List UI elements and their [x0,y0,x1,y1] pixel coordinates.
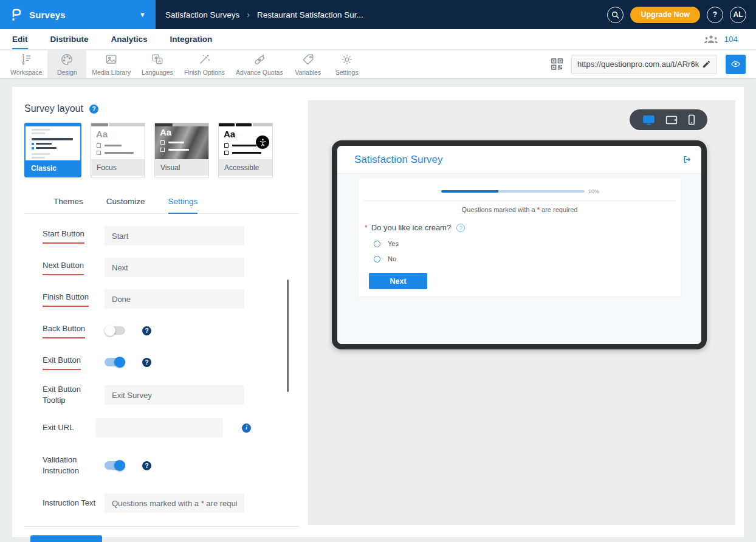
accessible-thumbnail: Aa [219,123,272,160]
field-label: Back Button [43,323,85,338]
question-mark-icon: ? [713,10,717,19]
next-button-input[interactable] [105,258,244,277]
validation-instruction-help-icon[interactable]: ? [142,461,151,470]
field-label: Validation Instruction [43,455,79,475]
breadcrumb: Satisfaction Surveys › Restaurant Satisf… [165,10,363,19]
exit-tooltip-input[interactable] [105,385,244,405]
tab-integration[interactable]: Integration [170,29,213,49]
survey-title: Satisfaction Survey [354,154,443,166]
save-apply-button[interactable]: Save & Apply [30,535,102,542]
tab-edit[interactable]: Edit [12,29,28,49]
layout-option-focus[interactable]: Aa Focus [91,123,145,177]
form-row-validation-instruction: Validation Instruction ? [24,455,301,476]
option-label: Yes [388,240,399,247]
tab-distribute[interactable]: Distribute [50,29,89,49]
tool-languages[interactable]: ✱ A Languages [136,50,179,78]
survey-url-input[interactable] [577,60,702,69]
left-panel-scrollbar[interactable] [287,280,289,392]
layout-option-accessible[interactable]: Aa Accessible [218,123,273,177]
card-divider [363,201,676,201]
exit-button-help-icon[interactable]: ? [142,358,151,367]
help-button[interactable]: ? [707,7,723,23]
pen-list-icon [19,53,33,66]
design-page: Survey layout ? Classic [12,87,744,537]
translate-icon: ✱ A [151,53,164,66]
eye-icon [730,59,741,69]
layout-option-visual[interactable]: Aa Visual [154,123,209,177]
magic-wand-icon [198,53,211,66]
answer-option-yes[interactable]: Yes [374,240,681,247]
search-icon [611,11,619,19]
back-button-help-icon[interactable]: ? [142,326,151,335]
user-avatar[interactable]: AL [730,7,746,23]
answer-option-no[interactable]: No [374,255,681,262]
radio-icon[interactable] [374,241,380,247]
start-button-input[interactable] [105,226,244,245]
exit-survey-button[interactable] [682,155,692,164]
tool-workspace[interactable]: Workspace [5,50,47,78]
visual-thumbnail: Aa [155,123,208,160]
tool-design[interactable]: Design [47,50,86,78]
question-card: 10% Questions marked with a * are requir… [359,178,681,297]
instruction-text-input[interactable] [105,493,244,513]
radio-icon[interactable] [374,256,380,262]
section-title: Survey layout [24,103,83,114]
form-row-instruction-text: Instruction Text [24,493,301,513]
design-toolbar: Workspace Design Media Library ✱ A [0,50,756,78]
form-row-exit-tooltip: Exit Button Tooltip [24,384,301,406]
tool-settings[interactable]: Settings [328,50,366,78]
device-tablet-button[interactable] [665,115,678,125]
device-desktop-button[interactable] [642,115,655,125]
tab-customize[interactable]: Customize [106,197,145,214]
progress-percent: 10% [588,188,599,194]
focus-thumbnail: Aa [91,123,145,160]
progress-fill [441,190,498,193]
form-row-exit-url: Exit URL i [24,418,301,437]
preview-button[interactable] [726,55,746,74]
tablet-icon [665,115,678,125]
device-mobile-button[interactable] [688,114,695,125]
tool-media-library[interactable]: Media Library [86,50,136,78]
survey-preview-header: Satisfaction Survey [337,146,701,174]
question-help-icon[interactable]: ? [456,224,465,232]
search-button[interactable] [607,7,624,23]
validation-instruction-toggle[interactable] [105,461,125,470]
respondent-count: 104 [724,35,738,44]
exit-url-info-icon[interactable]: i [242,424,251,433]
upgrade-now-button[interactable]: Upgrade Now [630,7,700,23]
field-label: Start Button [43,228,84,244]
tab-themes[interactable]: Themes [53,197,83,214]
finish-button-input[interactable] [105,289,244,309]
field-label: Exit Button Tooltip [43,385,81,405]
survey-layout-help-icon[interactable]: ? [89,105,98,114]
preview-panel: Satisfaction Survey [308,100,735,525]
breadcrumb-survey[interactable]: Restaurant Satisfaction Sur... [257,10,363,19]
qr-code-icon[interactable] [551,58,563,70]
tab-settings[interactable]: Settings [168,197,198,214]
chevron-down-icon: ▼ [139,11,146,18]
required-marker: * [365,224,368,232]
tab-analytics[interactable]: Analytics [111,29,148,49]
form-divider [24,526,299,527]
tool-variables[interactable]: Variables [289,50,328,78]
tool-finish-options[interactable]: Finish Options [179,50,230,78]
form-row-back-button: Back Button ? [24,321,301,340]
collaborators[interactable]: 104 [704,29,756,49]
preview-device-frame: Satisfaction Survey [332,140,707,349]
question-text: Do you like ice cream? [371,223,452,232]
tool-advance-quotas[interactable]: Advance Quotas [230,50,289,78]
field-label: Finish Button [43,292,89,307]
people-icon [704,35,718,44]
exit-button-toggle[interactable] [105,358,125,366]
product-switcher[interactable]: Surveys ▼ [0,0,156,29]
back-button-toggle[interactable] [105,326,125,335]
pencil-icon[interactable] [702,60,711,69]
layout-option-classic[interactable]: Classic [24,123,81,177]
topnav-actions: Upgrade Now ? AL [607,7,756,23]
desktop-icon [642,115,655,125]
survey-next-button[interactable]: Next [369,273,427,289]
exit-url-input[interactable] [95,418,223,437]
field-label: Instruction Text [43,498,95,507]
breadcrumb-folder[interactable]: Satisfaction Surveys [165,10,239,19]
top-nav: Surveys ▼ Satisfaction Surveys › Restaur… [0,0,756,29]
